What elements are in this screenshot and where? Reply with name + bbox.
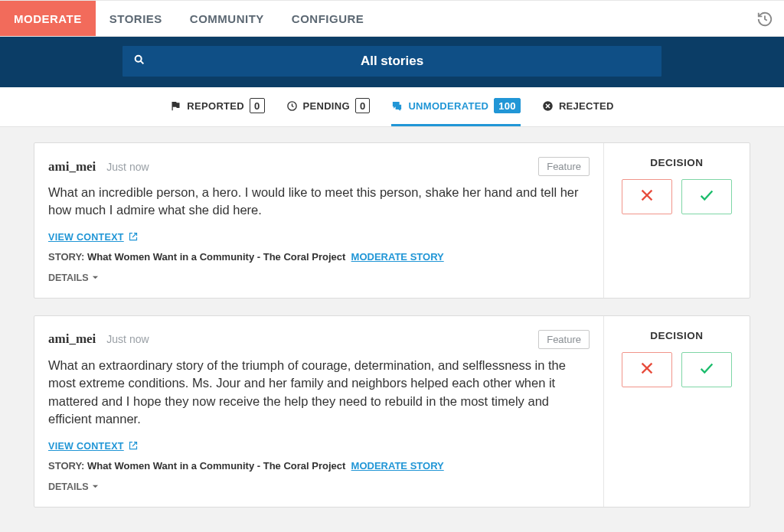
tab-label: UNMODERATED bbox=[408, 100, 488, 112]
comment-timestamp: Just now bbox=[106, 161, 149, 173]
reject-button[interactable] bbox=[622, 179, 672, 214]
details-label: DETAILS bbox=[48, 481, 89, 492]
svg-point-0 bbox=[136, 55, 142, 61]
tab-count: 0 bbox=[250, 98, 265, 113]
approve-button[interactable] bbox=[681, 352, 732, 387]
queue-content: ami_mei Just now Feature What an incredi… bbox=[0, 127, 784, 532]
check-icon bbox=[698, 187, 715, 207]
feature-button[interactable]: Feature bbox=[538, 330, 590, 349]
comment-body: What an extraordinary story of the trium… bbox=[48, 357, 590, 429]
decision-panel: DECISION bbox=[604, 316, 750, 507]
comment-timestamp: Just now bbox=[106, 333, 149, 345]
tab-reported[interactable]: REPORTED 0 bbox=[170, 87, 264, 126]
external-link-icon bbox=[129, 441, 138, 452]
svg-line-1 bbox=[141, 60, 144, 64]
comment-main: ami_mei Just now Feature What an incredi… bbox=[34, 143, 604, 298]
tab-label: REJECTED bbox=[559, 100, 614, 112]
story-title: What Women Want in a Community - The Cor… bbox=[87, 251, 345, 263]
caret-down-icon bbox=[92, 481, 99, 492]
nav-community[interactable]: COMMUNITY bbox=[176, 1, 278, 36]
search-band: All stories bbox=[0, 37, 784, 87]
comment-card: ami_mei Just now Feature What an incredi… bbox=[34, 142, 750, 299]
nav-moderate[interactable]: MODERATE bbox=[0, 1, 96, 36]
x-icon bbox=[639, 187, 655, 207]
comment-body: What an incredible person, a hero. I wou… bbox=[48, 184, 590, 220]
tab-label: PENDING bbox=[303, 100, 350, 112]
comment-card: ami_mei Just now Feature What an extraor… bbox=[34, 315, 750, 508]
history-icon[interactable] bbox=[756, 1, 773, 38]
feature-button[interactable]: Feature bbox=[538, 157, 590, 176]
story-selector[interactable]: All stories bbox=[122, 46, 662, 77]
top-nav: MODERATE STORIES COMMUNITY CONFIGURE bbox=[0, 0, 784, 37]
comment-username[interactable]: ami_mei bbox=[48, 159, 96, 175]
view-context-link[interactable]: VIEW CONTEXT bbox=[48, 441, 124, 452]
comment-main: ami_mei Just now Feature What an extraor… bbox=[34, 316, 604, 507]
story-line: STORY: What Women Want in a Community - … bbox=[48, 460, 590, 472]
story-selector-label: All stories bbox=[133, 54, 651, 69]
details-toggle[interactable]: DETAILS bbox=[48, 273, 99, 283]
flag-icon bbox=[170, 100, 181, 112]
approve-button[interactable] bbox=[681, 179, 732, 214]
clock-icon bbox=[286, 100, 298, 112]
story-label: STORY bbox=[48, 460, 81, 472]
story-label: STORY bbox=[48, 251, 81, 263]
tab-pending[interactable]: PENDING 0 bbox=[286, 87, 371, 126]
check-icon bbox=[698, 360, 715, 380]
nav-stories[interactable]: STORIES bbox=[96, 1, 176, 36]
tab-rejected[interactable]: REJECTED bbox=[542, 87, 614, 126]
decision-label: DECISION bbox=[650, 330, 703, 341]
x-icon bbox=[639, 360, 655, 380]
details-label: DETAILS bbox=[48, 273, 89, 283]
external-link-icon bbox=[129, 232, 138, 243]
reject-button[interactable] bbox=[622, 352, 672, 387]
comment-username[interactable]: ami_mei bbox=[48, 331, 96, 347]
search-icon bbox=[133, 54, 145, 70]
decision-panel: DECISION bbox=[604, 143, 750, 298]
tab-unmoderated[interactable]: UNMODERATED 100 bbox=[391, 87, 520, 126]
comment-icon bbox=[391, 100, 403, 112]
tab-count: 100 bbox=[494, 98, 521, 113]
view-context-link[interactable]: VIEW CONTEXT bbox=[48, 232, 124, 243]
cancel-icon bbox=[542, 100, 554, 112]
tab-label: REPORTED bbox=[187, 100, 244, 112]
story-line: STORY: What Women Want in a Community - … bbox=[48, 251, 590, 263]
caret-down-icon bbox=[92, 273, 99, 283]
moderate-story-link[interactable]: MODERATE STORY bbox=[351, 251, 444, 263]
moderation-tabs: REPORTED 0 PENDING 0 UNMODERATED 100 REJ… bbox=[0, 87, 784, 127]
tab-count: 0 bbox=[355, 98, 371, 113]
decision-label: DECISION bbox=[650, 157, 703, 168]
nav-configure[interactable]: CONFIGURE bbox=[278, 1, 378, 36]
details-toggle[interactable]: DETAILS bbox=[48, 481, 99, 492]
story-title: What Women Want in a Community - The Cor… bbox=[87, 460, 345, 472]
moderate-story-link[interactable]: MODERATE STORY bbox=[351, 460, 444, 472]
